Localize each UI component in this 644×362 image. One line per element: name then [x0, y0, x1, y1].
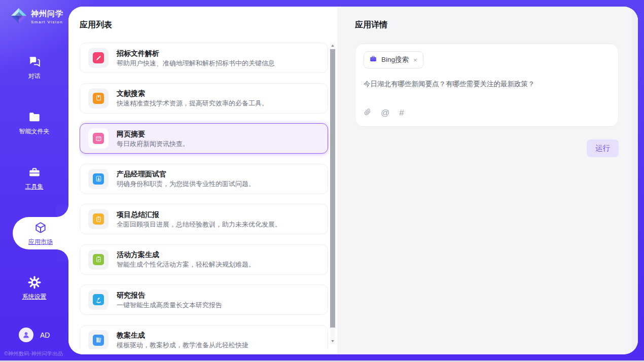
app-name: 教案生成 [117, 331, 248, 339]
research-icon [93, 294, 104, 305]
app-card-research-report[interactable]: 研究报告 一键智能生成高质量长文本研究报告 [80, 284, 328, 315]
app-list-scrollbar[interactable] [330, 42, 335, 344]
app-name: 文献搜索 [117, 89, 268, 97]
app-card-event-plan[interactable]: 活动方案生成 智能生成个性化活动方案，轻松解决规划难题。 [80, 244, 328, 275]
run-row: 运行 [355, 139, 619, 157]
copyright-text: ©神州数码·神州问学出品 [4, 350, 63, 357]
avatar [19, 328, 33, 342]
app-name: 产品经理面试官 [117, 170, 255, 178]
user-initials: AD [40, 331, 50, 339]
app-name: 研究报告 [117, 291, 222, 299]
sidebar: 神州问学 Smart Vision 对话 智能文件夹 [0, 0, 68, 360]
app-name: 活动方案生成 [117, 250, 255, 259]
sidebar-item-label: 系统设置 [22, 293, 47, 300]
toolbox-icon [28, 166, 41, 180]
app-card-lesson-plan[interactable]: 教案生成 模板驱动，教案秒成，教学准备从此轻松快捷 [80, 325, 328, 350]
brand-logo: 神州问学 Smart Vision [0, 0, 68, 26]
edit-icon [93, 52, 104, 63]
prompt-card: Bing搜索 × 今日湖北有哪些新闻要点？有哪些需要关注的最新政策？ @ # [355, 44, 619, 127]
app-description: 每日政府新闻资讯快查。 [117, 140, 189, 148]
app-list: 招标文件解析 帮助用户快速、准确地理解和解析招标书中的关键信息 文献搜索 快速精… [80, 43, 329, 349]
app-description: 模板驱动，教案秒成，教学准备从此轻松快捷 [117, 341, 248, 349]
sidebar-item-smart-folders[interactable]: 智能文件夹 [0, 111, 68, 135]
app-description: 智能生成个性化活动方案，轻松解决规划难题。 [117, 261, 255, 268]
app-description: 一键智能生成高质量长文本研究报告 [117, 301, 222, 309]
app-description: 快速精准查找学术资源，提高研究效率的必备工具。 [117, 99, 268, 107]
books-icon [93, 335, 104, 346]
sidebar-item-settings[interactable]: 系统设置 [0, 276, 68, 300]
book-icon [93, 93, 104, 104]
main-content: 应用列表 招标文件解析 帮助用户快速、准确地理解和解析招标书中的关键信息 [68, 7, 638, 354]
sidebar-item-chat[interactable]: 对话 [0, 55, 68, 80]
app-name: 招标文件解析 [117, 49, 275, 57]
app-card-project-summary[interactable]: 项目总结汇报 全面回顾项目进展，总结经验教训，助力未来优化发展。 [80, 204, 328, 234]
brand-subtitle: Smart Vision [31, 20, 63, 24]
sidebar-item-label: 对话 [28, 73, 41, 80]
app-name: 项目总结汇报 [117, 210, 281, 219]
tool-chip-bing-search[interactable]: Bing搜索 × [364, 51, 423, 68]
interviewer-icon [93, 173, 104, 185]
app-name: 网页摘要 [117, 130, 189, 138]
scroll-up-arrow[interactable] [330, 42, 335, 49]
sidebar-item-label: 工具集 [25, 183, 44, 190]
at-mention-icon[interactable]: @ [381, 109, 389, 117]
app-card-bid-parse[interactable]: 招标文件解析 帮助用户快速、准确地理解和解析招标书中的关键信息 [80, 43, 328, 73]
app-card-pm-interviewer[interactable]: 产品经理面试官 明确身份和职责，为您提供专业性的面试问题。 [80, 164, 328, 194]
webpage-icon [93, 133, 104, 144]
detail-scrollbar-track[interactable] [632, 7, 638, 354]
run-button[interactable]: 运行 [587, 139, 619, 157]
app-detail-panel: 应用详情 Bing搜索 × 今日湖北有哪些新闻要点？有哪些需要关注的最新政策？ [337, 7, 638, 354]
sidebar-item-label: 智能文件夹 [19, 128, 50, 135]
sidebar-item-toolset[interactable]: 工具集 [0, 166, 68, 190]
chat-icon [28, 55, 41, 70]
cube-icon [34, 221, 47, 236]
briefcase-icon [369, 55, 377, 65]
hash-tag-icon[interactable]: # [399, 109, 404, 117]
app-description: 全面回顾项目进展，总结经验教训，助力未来优化发展。 [117, 221, 281, 228]
sidebar-nav: 对话 智能文件夹 工具集 [0, 55, 68, 300]
query-text[interactable]: 今日湖北有哪些新闻要点？有哪些需要关注的最新政策？ [364, 79, 610, 89]
chip-close-icon[interactable]: × [413, 56, 418, 64]
attachment-toolbar: @ # [364, 107, 610, 119]
app-detail-title: 应用详情 [355, 20, 638, 30]
user-account[interactable]: AD [19, 328, 50, 342]
app-description: 帮助用户快速、准确地理解和解析招标书中的关键信息 [117, 59, 275, 67]
plan-check-icon [93, 254, 104, 265]
sidebar-item-label: 应用市场 [28, 238, 53, 245]
clipboard-icon [93, 213, 104, 225]
sidebar-item-app-market[interactable]: 应用市场 [13, 217, 68, 249]
tool-chip-label: Bing搜索 [381, 55, 409, 64]
scrollbar-thumb[interactable] [330, 49, 335, 328]
app-description: 明确身份和职责，为您提供专业性的面试问题。 [117, 180, 255, 188]
app-list-title: 应用列表 [80, 20, 337, 30]
app-list-panel: 应用列表 招标文件解析 帮助用户快速、准确地理解和解析招标书中的关键信息 [68, 7, 337, 354]
app-card-literature-search[interactable]: 文献搜索 快速精准查找学术资源，提高研究效率的必备工具。 [80, 83, 328, 114]
gear-icon [28, 276, 41, 291]
brand-diamond-icon [10, 7, 27, 26]
brand-name: 神州问学 [31, 9, 63, 19]
scroll-down-arrow[interactable] [330, 338, 335, 344]
app-card-webpage-summary[interactable]: 网页摘要 每日政府新闻资讯快查。 [80, 123, 328, 154]
folder-icon [28, 111, 41, 125]
paperclip-icon[interactable] [364, 107, 371, 118]
